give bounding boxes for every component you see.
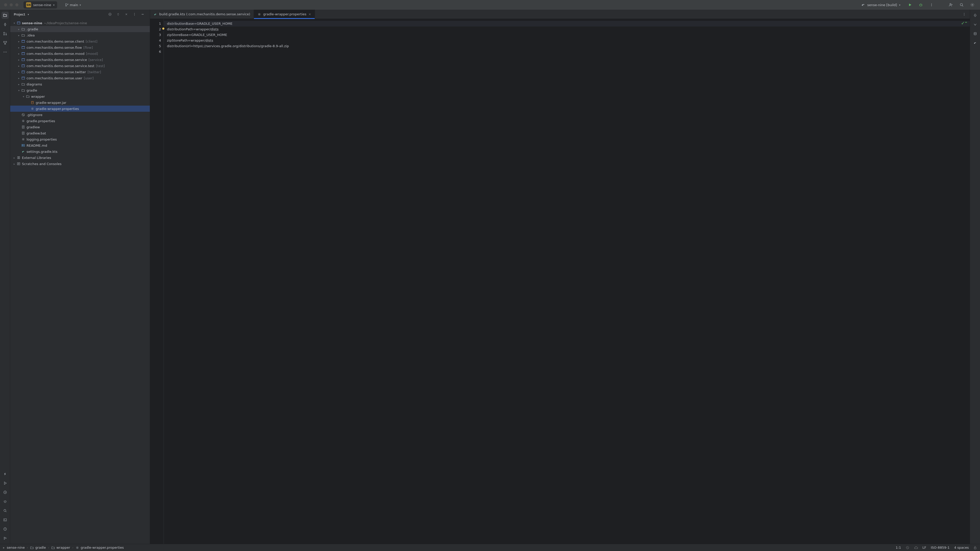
run-button[interactable] <box>907 1 914 8</box>
database-tool-button[interactable] <box>972 30 979 37</box>
tree-item-gradle-wrapper-properties[interactable]: gradle-wrapper.properties <box>10 106 150 112</box>
tree-scratches[interactable]: ▸Scratches and Consoles <box>10 161 150 167</box>
code-line-1[interactable]: distributionBase=GRADLE_USER_HOME <box>164 21 970 27</box>
inspection-ok-icon[interactable]: ✓⁼ <box>961 21 967 26</box>
code-with-me-button[interactable] <box>947 1 955 8</box>
tree-item-com-mechanitis-demo-sense-user[interactable]: ▸com.mechanitis.demo.sense.user[user] <box>10 75 150 81</box>
ai-assistant-tool-button[interactable] <box>972 21 979 28</box>
code-line-5[interactable]: distributionUrl=https\://services.gradle… <box>164 43 970 49</box>
expand-all-button[interactable] <box>115 11 122 18</box>
code-editor[interactable]: 123456 distributionBase=GRADLE_USER_HOME… <box>150 19 970 544</box>
chevron-down-icon[interactable]: ▾ <box>17 89 21 92</box>
hide-panel-button[interactable] <box>139 11 146 18</box>
tree-root[interactable]: ▾sense-nine~/IdeaProjects/sense-nine <box>10 20 150 26</box>
terminal-tool-button[interactable] <box>2 516 9 524</box>
chevron-right-icon[interactable]: ▸ <box>17 71 21 73</box>
tree-item-gradle-wrapper-jar[interactable]: gradle-wrapper.jar <box>10 100 150 106</box>
gradle-tool-button[interactable] <box>972 39 979 46</box>
code-line-2[interactable]: distributionPath=wrapper/dists <box>164 27 970 32</box>
minimize-window-icon[interactable] <box>10 3 13 6</box>
tree-item-logging-properties[interactable]: logging.properties <box>10 136 150 142</box>
more-actions-button[interactable] <box>928 1 935 8</box>
tree-item--gradle[interactable]: ▸.gradle <box>10 26 150 32</box>
panel-options-button[interactable] <box>131 11 138 18</box>
code-line-4[interactable]: zipStorePath=wrapper/dists <box>164 38 970 43</box>
tree-external-libraries[interactable]: ▸External Libraries <box>10 155 150 161</box>
project-tree[interactable]: ▾sense-nine~/IdeaProjects/sense-nine▸.gr… <box>10 19 150 544</box>
close-window-icon[interactable] <box>4 3 7 6</box>
caret-position[interactable]: 1:1 <box>896 546 901 549</box>
pull-requests-tool-button[interactable] <box>2 30 9 37</box>
file-encoding[interactable]: ISO-8859-1 <box>931 546 950 549</box>
breadcrumb-item[interactable]: gradle-wrapper.properties <box>76 546 124 549</box>
tree-item-com-mechanitis-demo-sense-twitter[interactable]: ▸com.mechanitis.demo.sense.twitter[twitt… <box>10 69 150 75</box>
project-selector[interactable]: SN sense-nine ▾ <box>24 1 57 8</box>
tree-item-gradle-properties[interactable]: gradle.properties <box>10 118 150 124</box>
breadcrumb-item[interactable]: wrapper <box>51 546 70 549</box>
problems-tool-button[interactable] <box>2 526 9 533</box>
search-everywhere-button[interactable] <box>958 1 965 8</box>
tree-item-com-mechanitis-demo-sense-service-test[interactable]: ▸com.mechanitis.demo.sense.service.test[… <box>10 63 150 69</box>
editor-tab[interactable]: gradle-wrapper.properties× <box>254 10 315 19</box>
select-opened-file-button[interactable] <box>107 11 114 18</box>
chevron-down-icon[interactable]: ▾ <box>21 95 25 98</box>
nav-bar-icon[interactable]: ▸ <box>3 546 5 549</box>
window-controls[interactable] <box>4 3 18 6</box>
editor-content[interactable]: distributionBase=GRADLE_USER_HOMEdistrib… <box>164 19 970 544</box>
chevron-right-icon[interactable]: ▸ <box>17 65 21 67</box>
vcs-branch-selector[interactable]: main ▾ <box>62 2 84 8</box>
chevron-right-icon[interactable]: ▸ <box>17 77 21 79</box>
chevron-right-icon[interactable]: ▸ <box>17 52 21 55</box>
tree-item-com-mechanitis-demo-sense-service[interactable]: ▸com.mechanitis.demo.sense.service[servi… <box>10 57 150 63</box>
tree-item-readme-md[interactable]: README.md <box>10 142 150 148</box>
run-tool-button[interactable] <box>2 480 9 487</box>
readonly-lock-icon[interactable] <box>974 546 977 549</box>
tab-options-button[interactable] <box>961 11 968 18</box>
cloud-status-icon[interactable] <box>914 546 918 549</box>
close-tab-icon[interactable]: × <box>309 12 311 16</box>
chevron-right-icon[interactable]: ▸ <box>17 83 21 86</box>
find-tool-button[interactable] <box>2 507 9 514</box>
code-line-6[interactable] <box>164 49 970 55</box>
chevron-right-icon[interactable]: ▸ <box>17 34 21 37</box>
chevron-right-icon[interactable]: ▸ <box>17 40 21 43</box>
tree-item--gitignore[interactable]: .gitignore <box>10 112 150 118</box>
chevron-right-icon[interactable]: ▸ <box>12 162 16 165</box>
tree-item-com-mechanitis-demo-sense-flow[interactable]: ▸com.mechanitis.demo.sense.flow[flow] <box>10 44 150 51</box>
warning-marker-icon[interactable] <box>162 27 164 30</box>
code-line-3[interactable]: zipStoreBase=GRADLE_USER_HOME <box>164 32 970 38</box>
services-tool-button[interactable] <box>2 489 9 496</box>
breadcrumb-item[interactable]: sense-nine <box>7 546 25 549</box>
tree-item-com-mechanitis-demo-sense-client[interactable]: ▸com.mechanitis.demo.sense.client[client… <box>10 38 150 44</box>
breadcrumbs[interactable]: sense-nine›gradle›wrapper›gradle-wrapper… <box>7 546 124 549</box>
project-tool-button[interactable] <box>2 12 9 19</box>
more-tools-button[interactable] <box>2 48 9 56</box>
indent-settings[interactable]: 4 spaces <box>954 546 969 549</box>
editor-tab[interactable]: build.gradle.kts (:com.mechanitis.demo.s… <box>150 10 254 19</box>
tree-item-gradlew[interactable]: gradlew <box>10 124 150 130</box>
settings-button[interactable] <box>969 1 976 8</box>
notifications-tool-button[interactable] <box>972 12 979 19</box>
commit-tool-button[interactable] <box>2 21 9 28</box>
collapse-all-button[interactable] <box>123 11 130 18</box>
fullscreen-window-icon[interactable] <box>15 3 18 6</box>
tree-item-com-mechanitis-demo-sense-mood[interactable]: ▸com.mechanitis.demo.sense.mood[mood] <box>10 51 150 57</box>
build-tool-button[interactable] <box>2 470 9 478</box>
line-separator[interactable]: LF <box>923 546 926 549</box>
tree-item--idea[interactable]: ▸.idea <box>10 32 150 38</box>
chevron-right-icon[interactable]: ▸ <box>17 46 21 49</box>
chevron-right-icon[interactable]: ▸ <box>17 28 21 30</box>
debug-tool-button[interactable] <box>2 498 9 505</box>
chevron-right-icon[interactable]: ▸ <box>12 156 16 159</box>
tree-item-diagrams[interactable]: ▸diagrams <box>10 81 150 87</box>
tree-item-gradlew-bat[interactable]: gradlew.bat <box>10 130 150 136</box>
chevron-right-icon[interactable]: ▸ <box>17 59 21 61</box>
readonly-toggle-icon[interactable] <box>906 546 909 549</box>
tree-item-wrapper[interactable]: ▾wrapper <box>10 94 150 100</box>
run-configuration-selector[interactable]: sense-nine [build] ▾ <box>859 2 903 8</box>
tree-item-settings-gradle-kts[interactable]: settings.gradle.kts <box>10 148 150 155</box>
debug-button[interactable] <box>917 1 924 8</box>
chevron-down-icon[interactable]: ▾ <box>27 13 29 16</box>
structure-tool-button[interactable] <box>2 39 9 46</box>
breadcrumb-item[interactable]: gradle <box>30 546 46 549</box>
